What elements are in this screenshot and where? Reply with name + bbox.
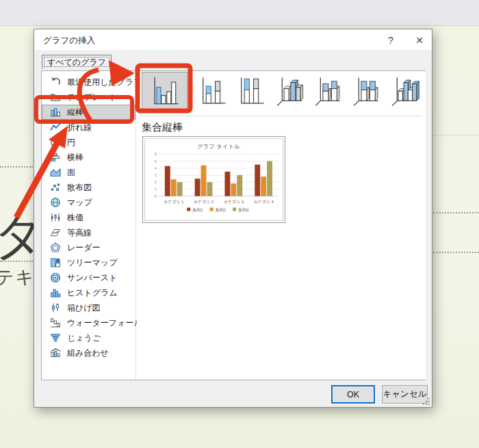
ok-button[interactable]: OK	[331, 385, 375, 404]
sidebar-item-boxwhisker[interactable]: 箱ひげ図	[42, 300, 135, 315]
sidebar-item-map[interactable]: マップ	[42, 195, 135, 210]
sidebar-item-waterfall[interactable]: ウォーターフォール	[42, 315, 135, 330]
background-top-strip	[0, 0, 479, 26]
funnel-chart-icon	[50, 332, 62, 343]
sidebar-item-hbar[interactable]: 横棒	[42, 150, 135, 165]
svg-text:系列1: 系列1	[192, 207, 203, 213]
chart-preview-card[interactable]: グラフ タイトル0123456カテゴリ 1カテゴリ 2カテゴリ 3カテゴリ 4系…	[142, 136, 285, 223]
sidebar-item-label: 縦棒	[67, 107, 83, 118]
subtype-column-3d[interactable]	[389, 75, 420, 108]
sidebar-item-pie[interactable]: 円	[42, 135, 135, 150]
close-button[interactable]: ✕	[410, 34, 429, 47]
subtype-stacked-column-3d[interactable]	[312, 75, 344, 108]
svg-text:5: 5	[155, 159, 157, 163]
preview-chart-svg: グラフ タイトル0123456カテゴリ 1カテゴリ 2カテゴリ 3カテゴリ 4系…	[145, 139, 283, 220]
svg-text:4: 4	[155, 166, 157, 170]
sidebar-item-funnel[interactable]: じょうご	[42, 330, 135, 345]
subtype-stacked-100-column[interactable]	[235, 75, 267, 108]
sidebar-item-label: サンバースト	[67, 272, 117, 284]
svg-text:カテゴリ 1: カテゴリ 1	[164, 200, 184, 205]
sidebar-item-sunburst[interactable]: サンバースト	[42, 270, 135, 285]
sidebar-item-label: 箱ひげ図	[67, 302, 101, 314]
recent-chart-icon	[50, 77, 62, 88]
resize-grip-icon[interactable]	[422, 397, 430, 406]
svg-text:系列3: 系列3	[238, 207, 249, 213]
sidebar-item-scatter[interactable]: 散布図	[42, 180, 135, 195]
map-globe-icon	[50, 197, 62, 208]
bar-chart-icon	[50, 152, 62, 163]
subtype-stacked-column[interactable]	[197, 75, 229, 108]
sidebar-item-histogram[interactable]: ヒストグラム	[42, 285, 135, 300]
area-chart-icon	[50, 167, 62, 178]
dialog-content: 最近使用したグラフテンプレート縦棒折れ線円横棒面散布図マップ株価等高線レーダーツ…	[41, 70, 426, 380]
subtype-clustered-column-selected[interactable]	[142, 72, 187, 111]
sidebar-item-template[interactable]: テンプレート	[42, 90, 135, 105]
treemap-chart-icon	[50, 257, 62, 268]
svg-text:6: 6	[155, 152, 157, 156]
sidebar-item-label: 株価	[67, 212, 83, 224]
svg-text:グラフ タイトル: グラフ タイトル	[197, 143, 240, 150]
help-button[interactable]: ?	[381, 34, 400, 47]
chart-subtype-pane: 集合縦棒 グラフ タイトル0123456カテゴリ 1カテゴリ 2カテゴリ 3カテ…	[137, 71, 426, 380]
sidebar-item-label: 折れ線	[67, 122, 92, 133]
screen: タイ テキス グラフの挿入 ? ✕ すべてのグラフ 最近使用したグラフテンプレー…	[0, 0, 479, 448]
placeholder-dashed-border	[0, 261, 33, 262]
stock-chart-icon	[50, 212, 62, 223]
waterfall-chart-icon	[50, 317, 62, 328]
chart-type-list: 最近使用したグラフテンプレート縦棒折れ線円横棒面散布図マップ株価等高線レーダーツ…	[42, 71, 136, 380]
sidebar-item-label: 横棒	[67, 152, 83, 163]
sidebar-item-label: マップ	[67, 197, 92, 209]
line-chart-icon	[50, 122, 62, 133]
sidebar-item-surface[interactable]: 等高線	[42, 225, 135, 240]
chart-preview: グラフ タイトル0123456カテゴリ 1カテゴリ 2カテゴリ 3カテゴリ 4系…	[144, 138, 283, 221]
histogram-chart-icon	[50, 287, 62, 298]
placeholder-dashed-border	[433, 212, 479, 213]
surface-chart-icon	[50, 227, 62, 238]
subtype-stacked-100-column-3d[interactable]	[350, 75, 382, 108]
radar-chart-icon	[50, 242, 62, 253]
sidebar-item-label: レーダー	[67, 242, 101, 254]
cancel-button[interactable]: キャンセル	[382, 385, 428, 404]
sidebar-item-label: 散布図	[67, 182, 92, 194]
sidebar-item-stock[interactable]: 株価	[42, 210, 135, 225]
placeholder-dashed-border	[433, 252, 479, 253]
box-whisker-icon	[50, 302, 62, 313]
sidebar-item-combo[interactable]: 組み合わせ	[42, 345, 135, 360]
svg-text:1: 1	[155, 187, 157, 192]
sidebar-item-treemap[interactable]: ツリーマップ	[42, 255, 135, 270]
tab-all-charts[interactable]: すべてのグラフ	[42, 55, 112, 69]
subtype-separator	[141, 116, 422, 116]
sidebar-item-label: 面	[67, 167, 75, 179]
sidebar-item-label: ウォーターフォール	[67, 317, 142, 329]
sidebar-item-label: 最近使用したグラフ	[67, 77, 142, 88]
placeholder-border	[433, 135, 479, 135]
svg-text:カテゴリ 4: カテゴリ 4	[254, 200, 274, 205]
scatter-chart-icon	[50, 182, 62, 193]
sunburst-chart-icon	[50, 272, 62, 283]
template-folder-icon	[50, 92, 62, 103]
column-chart-icon	[50, 107, 62, 118]
sidebar-item-recent[interactable]: 最近使用したグラフ	[42, 75, 135, 90]
subtype-clustered-column-3d[interactable]	[274, 75, 305, 108]
sidebar-item-label: 組み合わせ	[67, 347, 109, 359]
insert-chart-dialog: グラフの挿入 ? ✕ すべてのグラフ 最近使用したグラフテンプレート縦棒折れ線円…	[34, 29, 432, 408]
pie-chart-icon	[50, 137, 62, 148]
subtype-icon-row	[137, 71, 426, 114]
sidebar-item-radar[interactable]: レーダー	[42, 240, 135, 255]
dialog-title: グラフの挿入	[43, 35, 95, 47]
sidebar-item-column[interactable]: 縦棒	[42, 105, 135, 120]
sidebar-item-label: ヒストグラム	[67, 287, 118, 299]
svg-text:3: 3	[155, 173, 157, 177]
svg-text:0: 0	[155, 194, 157, 198]
sidebar-item-label: じょうご	[67, 332, 101, 344]
sidebar-item-line[interactable]: 折れ線	[42, 120, 135, 135]
placeholder-dashed-border	[0, 166, 33, 168]
sidebar-item-area[interactable]: 面	[42, 165, 135, 180]
selected-subtype-label: 集合縦棒	[142, 121, 183, 134]
svg-text:カテゴリ 3: カテゴリ 3	[224, 200, 244, 205]
svg-text:2: 2	[155, 180, 157, 184]
sidebar-item-label: 円	[67, 137, 75, 148]
svg-text:系列2: 系列2	[216, 207, 226, 213]
svg-text:カテゴリ 2: カテゴリ 2	[194, 200, 213, 205]
dialog-titlebar[interactable]: グラフの挿入 ? ✕	[34, 29, 432, 50]
